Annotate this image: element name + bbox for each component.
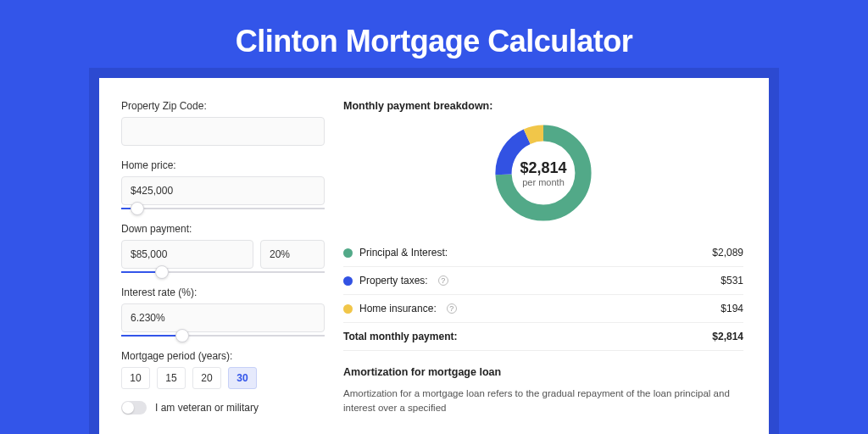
rate-input[interactable] bbox=[121, 303, 325, 332]
field-down: Down payment: bbox=[121, 223, 325, 273]
legend-row-pi: Principal & Interest:$2,089 bbox=[343, 239, 743, 267]
breakdown-panel: Monthly payment breakdown: $2,814 per mo… bbox=[343, 100, 743, 426]
price-slider-knob[interactable] bbox=[131, 202, 144, 215]
donut-value: $2,814 bbox=[520, 159, 566, 177]
down-label: Down payment: bbox=[121, 223, 325, 235]
donut-chart-wrap: $2,814 per month bbox=[343, 120, 743, 225]
field-zip: Property Zip Code: bbox=[121, 100, 325, 146]
help-icon[interactable]: ? bbox=[447, 303, 457, 314]
breakdown-heading: Monthly payment breakdown: bbox=[343, 100, 743, 112]
total-label: Total monthly payment: bbox=[343, 331, 457, 342]
legend-dot-taxes bbox=[343, 276, 353, 286]
legend-dot-pi bbox=[343, 248, 353, 258]
period-option-10[interactable]: 10 bbox=[121, 367, 150, 389]
zip-label: Property Zip Code: bbox=[121, 100, 325, 112]
amortization-section: Amortization for mortgage loan Amortizat… bbox=[343, 366, 743, 416]
legend-value-insurance: $194 bbox=[721, 303, 743, 314]
amortization-heading: Amortization for mortgage loan bbox=[343, 366, 743, 378]
rate-label: Interest rate (%): bbox=[121, 287, 325, 298]
zip-input[interactable] bbox=[121, 117, 325, 146]
price-label: Home price: bbox=[121, 159, 325, 171]
legend-label-taxes: Property taxes: bbox=[359, 275, 428, 287]
period-option-15[interactable]: 15 bbox=[157, 367, 186, 389]
legend-value-taxes: $531 bbox=[721, 275, 743, 287]
donut-chart: $2,814 per month bbox=[491, 120, 596, 225]
down-pct-input[interactable] bbox=[260, 240, 325, 269]
legend-value-pi: $2,089 bbox=[712, 247, 743, 259]
period-label: Mortgage period (years): bbox=[121, 350, 325, 362]
legend-label-insurance: Home insurance: bbox=[359, 303, 437, 314]
help-icon[interactable]: ? bbox=[438, 275, 448, 286]
total-value: $2,814 bbox=[712, 331, 743, 342]
inputs-panel: Property Zip Code: Home price: Down paym… bbox=[121, 100, 325, 426]
down-input[interactable] bbox=[121, 240, 253, 269]
page-title: Clinton Mortgage Calculator bbox=[0, 0, 868, 78]
rate-slider[interactable] bbox=[121, 335, 325, 337]
total-row: Total monthly payment: $2,814 bbox=[343, 323, 743, 351]
down-slider[interactable] bbox=[121, 271, 325, 273]
field-price: Home price: bbox=[121, 159, 325, 209]
veteran-label: I am veteran or military bbox=[155, 402, 259, 414]
veteran-row: I am veteran or military bbox=[121, 401, 325, 415]
legend-label-pi: Principal & Interest: bbox=[359, 247, 448, 259]
legend-dot-insurance bbox=[343, 304, 353, 314]
field-rate: Interest rate (%): bbox=[121, 287, 325, 337]
rate-slider-knob[interactable] bbox=[175, 329, 189, 342]
legend-row-insurance: Home insurance:?$194 bbox=[343, 295, 743, 323]
legend: Principal & Interest:$2,089Property taxe… bbox=[343, 239, 743, 323]
price-slider[interactable] bbox=[121, 208, 325, 209]
legend-row-taxes: Property taxes:?$531 bbox=[343, 267, 743, 295]
field-period: Mortgage period (years): 10152030 bbox=[121, 350, 325, 389]
amortization-text: Amortization for a mortgage loan refers … bbox=[343, 387, 743, 416]
price-input[interactable] bbox=[121, 176, 325, 205]
period-option-20[interactable]: 20 bbox=[192, 367, 221, 389]
period-option-30[interactable]: 30 bbox=[228, 367, 257, 389]
down-slider-knob[interactable] bbox=[155, 265, 169, 279]
veteran-toggle[interactable] bbox=[121, 401, 147, 415]
donut-sub: per month bbox=[522, 177, 565, 187]
calculator-card: Property Zip Code: Home price: Down paym… bbox=[99, 78, 769, 434]
